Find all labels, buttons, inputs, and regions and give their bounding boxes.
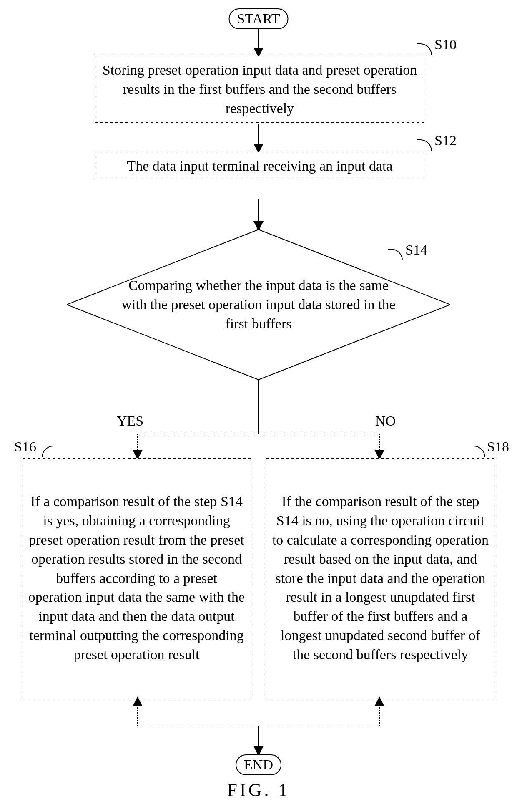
arrow-start-s10 [258, 29, 259, 56]
step-label-s14: S14 [405, 242, 427, 258]
box-s18-text: If the comparison result of the step S14… [272, 492, 489, 664]
arrow-s10-s12 [258, 124, 259, 152]
step-label-s12: S12 [434, 133, 457, 149]
step-label-s18: S18 [487, 439, 509, 455]
leader-s18 [470, 446, 485, 457]
arrow-s12-s14 [258, 199, 259, 229]
box-s12: The data input terminal receiving an inp… [95, 152, 424, 180]
box-s18: If the comparison result of the step S14… [265, 458, 496, 698]
label-yes: YES [117, 413, 143, 429]
leader-s12 [417, 139, 432, 151]
end-label: END [244, 757, 273, 772]
start-label: START [237, 11, 280, 26]
step-label-s16: S16 [14, 439, 36, 455]
leader-s10 [417, 43, 432, 55]
box-s16-text: If a comparison result of the step S14 i… [28, 492, 245, 664]
label-no: NO [375, 413, 396, 429]
terminator-end: END [236, 754, 281, 775]
terminator-start: START [229, 8, 289, 29]
box-s12-text: The data input terminal receiving an inp… [127, 158, 392, 174]
figure-label: FIG. 1 [227, 779, 290, 801]
box-s10-text: Storing preset operation input data and … [103, 62, 417, 116]
box-s10: Storing preset operation input data and … [95, 56, 424, 123]
leader-s16 [42, 446, 57, 457]
box-s16: If a comparison result of the step S14 i… [21, 458, 252, 698]
step-label-s10: S10 [434, 37, 457, 53]
